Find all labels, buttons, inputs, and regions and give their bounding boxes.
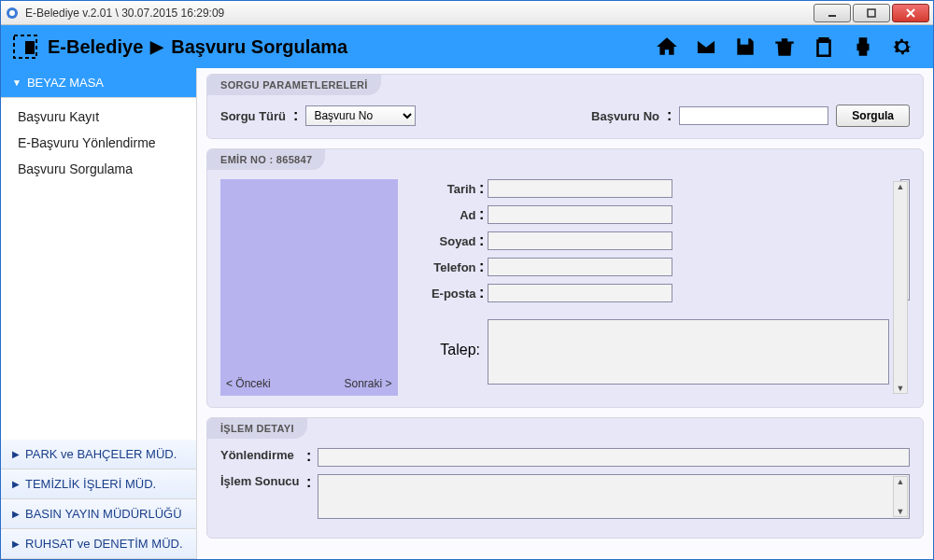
ad-input[interactable] — [488, 205, 672, 224]
tarih-label: Tarih — [409, 182, 476, 196]
sidebar-section-label: BEYAZ MASA — [27, 76, 104, 90]
eposta-input[interactable] — [488, 284, 672, 302]
chevron-right-icon: ▶ — [12, 539, 20, 549]
home-icon[interactable] — [653, 33, 681, 61]
clipboard-icon[interactable] — [810, 33, 838, 61]
talep-textarea[interactable] — [488, 319, 889, 385]
mail-icon[interactable] — [692, 33, 720, 61]
chevron-right-icon: ▶ — [12, 509, 20, 519]
print-icon[interactable] — [849, 33, 877, 61]
query-number-input[interactable] — [679, 106, 828, 125]
yonlendirme-input[interactable] — [318, 448, 910, 467]
scroll-down-icon[interactable]: ▼ — [897, 384, 905, 393]
svg-point-1 — [9, 10, 15, 16]
sidebar-section-park[interactable]: ▶ PARK ve BAHÇELER MÜD. — [1, 440, 196, 469]
query-number-label: Başvuru No — [591, 109, 659, 123]
tarih-input[interactable] — [488, 179, 672, 198]
soyad-label: Soyad — [409, 234, 476, 248]
scroll-up-icon[interactable]: ▲ — [897, 477, 905, 486]
window-maximize-button[interactable] — [853, 4, 890, 22]
chevron-right-icon: ▶ — [12, 479, 20, 489]
query-submit-button[interactable]: Sorgula — [836, 105, 910, 127]
chevron-right-icon: ▶ — [12, 449, 20, 459]
app-icon — [5, 6, 20, 21]
app-header: E-Belediye ▶ Başvuru Sorgulama — [1, 25, 933, 68]
sidebar-submenu: Başvuru Kayıt E-Başvuru Yönlendirme Başv… — [1, 98, 196, 191]
scroll-down-icon[interactable]: ▼ — [897, 507, 905, 516]
query-type-select[interactable]: Başvuru No — [305, 105, 416, 126]
sidebar-section-ruhsat[interactable]: ▶ RUHSAT ve DENETİM MÜD. — [1, 529, 196, 559]
gear-icon[interactable] — [888, 33, 916, 61]
sonuc-label: İşlem Sonucu — [220, 474, 306, 488]
sidebar-item-basvuru-sorgulama[interactable]: Başvuru Sorgulama — [1, 156, 196, 182]
scroll-up-icon[interactable]: ▲ — [897, 182, 905, 191]
talep-label: Talep — [409, 319, 476, 358]
svg-rect-5 — [25, 41, 35, 54]
breadcrumb-separator-icon: ▶ — [150, 36, 163, 57]
window-titlebar: E-Belediye v.2.01 \ 30.07.2015 16:29:09 — [1, 1, 933, 25]
telefon-label: Telefon — [409, 260, 476, 274]
main-content: SORGU PARAMETLERELERİ Sorgu Türü : Başvu… — [197, 68, 933, 559]
telefon-input[interactable] — [488, 258, 672, 276]
scrollbar[interactable]: ▲▼ — [893, 181, 908, 394]
breadcrumb-app: E-Belediye — [48, 36, 143, 58]
sidebar-section-label: RUHSAT ve DENETİM MÜD. — [25, 537, 183, 551]
photo-next-button[interactable]: Sonraki > — [345, 377, 392, 390]
save-icon[interactable] — [731, 33, 759, 61]
emir-panel-title: EMİR NO : 865847 — [207, 149, 325, 170]
sidebar-item-basvuru-kayit[interactable]: Başvuru Kayıt — [1, 104, 196, 130]
window-title: E-Belediye v.2.01 \ 30.07.2015 16:29:09 — [25, 7, 812, 20]
sidebar-section-label: PARK ve BAHÇELER MÜD. — [25, 447, 177, 461]
scrollbar[interactable]: ▲▼ — [893, 476, 908, 517]
detail-panel: İŞLEM DETAYI Yönlendirme : İşlem Sonucu … — [206, 417, 924, 539]
photo-prev-button[interactable]: < Önceki — [226, 377, 271, 390]
app-logo-icon — [12, 34, 38, 60]
sidebar-section-basin[interactable]: ▶ BASIN YAYIN MÜDÜRLÜĞÜ — [1, 499, 196, 529]
sonuc-textarea[interactable] — [318, 474, 910, 519]
svg-rect-2 — [828, 15, 836, 17]
breadcrumb: E-Belediye ▶ Başvuru Sorgulama — [48, 36, 347, 58]
sidebar-section-label: TEMİZLİK İŞLERİ MÜD. — [25, 477, 156, 491]
chevron-down-icon: ▼ — [12, 77, 21, 88]
query-panel-title: SORGU PARAMETLERELERİ — [207, 75, 381, 95]
query-type-label: Sorgu Türü — [220, 109, 286, 123]
sidebar-section-temizlik[interactable]: ▶ TEMİZLİK İŞLERİ MÜD. — [1, 469, 196, 499]
sidebar-section-beyaz-masa[interactable]: ▼ BEYAZ MASA — [1, 68, 196, 98]
yonlendirme-label: Yönlendirme — [220, 448, 306, 462]
sidebar-section-label: BASIN YAYIN MÜDÜRLÜĞÜ — [25, 507, 182, 521]
trash-icon[interactable] — [771, 33, 799, 61]
eposta-label: E-posta — [409, 287, 476, 301]
breadcrumb-page: Başvuru Sorgulama — [171, 36, 347, 58]
query-panel: SORGU PARAMETLERELERİ Sorgu Türü : Başvu… — [206, 74, 924, 139]
soyad-input[interactable] — [488, 231, 672, 250]
photo-viewer: < Önceki Sonraki > — [220, 179, 398, 396]
svg-rect-3 — [868, 9, 875, 17]
emir-panel: EMİR NO : 865847 < Önceki Sonraki > Tari… — [206, 148, 924, 408]
window-minimize-button[interactable] — [814, 4, 851, 22]
detail-panel-title: İŞLEM DETAYI — [207, 418, 307, 439]
ad-label: Ad — [409, 208, 476, 222]
sidebar: ▼ BEYAZ MASA Başvuru Kayıt E-Başvuru Yön… — [1, 68, 197, 559]
window-close-button[interactable] — [892, 4, 929, 22]
sidebar-item-ebasvuru-yonlendirme[interactable]: E-Başvuru Yönlendirme — [1, 130, 196, 156]
